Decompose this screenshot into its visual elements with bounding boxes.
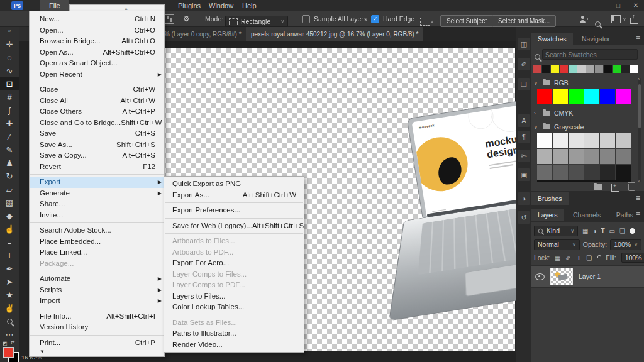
layer-thumbnail[interactable] — [550, 268, 573, 285]
edit-toolbar-icon[interactable]: ⋯ — [0, 328, 19, 341]
foreground-color-chip[interactable] — [3, 347, 14, 358]
menu-item-save-a-copy[interactable]: Save a Copy...Alt+Ctrl+S — [30, 150, 164, 162]
menu-item-browse-in-bridge[interactable]: Browse in Bridge...Alt+Ctrl+O — [30, 36, 164, 47]
swatch[interactable] — [616, 149, 631, 164]
spot-healing-brush-tool[interactable]: ✚ — [0, 117, 19, 130]
window-close-button[interactable]: ✕ — [628, 0, 644, 11]
eyedropper-tool[interactable]: ʃ — [0, 104, 19, 117]
swatch[interactable] — [604, 65, 612, 73]
layer-name[interactable]: Layer 1 — [579, 273, 601, 280]
menu-item-automate[interactable]: Automate▶ — [30, 273, 164, 285]
swatch[interactable] — [616, 133, 631, 148]
fill-dropdown[interactable]: 100% ∨ — [621, 253, 644, 263]
swatch[interactable] — [569, 65, 577, 73]
gear-icon[interactable]: ⚙ — [183, 11, 190, 26]
swatch[interactable] — [577, 65, 586, 73]
lock-artboard-icon[interactable]: ❏ — [586, 255, 592, 261]
menu-item-close-all[interactable]: Close AllAlt+Ctrl+W — [30, 96, 164, 107]
panel-paragraph-icon[interactable]: ¶ — [518, 131, 530, 143]
new-swatch-icon[interactable] — [611, 184, 619, 192]
swatch[interactable] — [569, 165, 584, 180]
panel-menu-icon[interactable]: ≡ — [636, 34, 640, 43]
panel-menu-icon[interactable]: ≡ — [636, 210, 640, 219]
tab-brushes[interactable]: Brushes — [531, 192, 569, 205]
menu-item-save[interactable]: SaveCtrl+S — [30, 128, 164, 140]
scrollbar[interactable]: ∧ ∨ — [638, 78, 641, 182]
hand-tool[interactable]: ✌ — [0, 302, 19, 315]
menu-file[interactable]: File — [40, 0, 69, 11]
menu-item-place-embedded[interactable]: Place Embedded... — [30, 236, 164, 248]
menu-item-share[interactable]: Share... — [30, 199, 164, 210]
menu-item-open-as[interactable]: Open As...Alt+Shift+Ctrl+O — [30, 47, 164, 58]
menu-item-new[interactable]: New...Ctrl+N — [30, 14, 164, 25]
menu-item-file-info[interactable]: File Info...Alt+Shift+Ctrl+I — [30, 311, 164, 322]
swatch[interactable] — [537, 89, 552, 104]
lock-image-icon[interactable]: ✐ — [566, 255, 571, 261]
menu-help[interactable]: Help — [238, 0, 260, 11]
submenu-item-export-preferences[interactable]: Export Preferences... — [164, 205, 304, 216]
pencil-tool[interactable]: ✎ — [0, 143, 19, 156]
submenu-item-layers-to-files[interactable]: Layers to Files... — [164, 291, 304, 302]
submenu-item-save-for-web-legacy[interactable]: Save for Web (Legacy)...Alt+Shift+Ctrl+S — [164, 221, 304, 232]
menu-item-close[interactable]: CloseCtrl+W — [30, 84, 164, 96]
tool-preset-icon[interactable] — [165, 11, 174, 26]
panel-libraries-icon[interactable]: ❏ — [518, 78, 530, 90]
swatch[interactable] — [595, 65, 603, 73]
swatch[interactable] — [584, 89, 599, 104]
select-and-mask-button[interactable]: Select and Mask... — [492, 15, 556, 27]
menu-item-save-as[interactable]: Save As...Shift+Ctrl+S — [30, 140, 164, 151]
panel-adjustments-icon[interactable]: ◑ — [518, 192, 530, 205]
zoom-tool[interactable] — [0, 315, 19, 328]
panel-character-icon[interactable]: A — [518, 114, 530, 127]
lock-position-icon[interactable]: ✛ — [576, 255, 581, 261]
menu-item-search-adobe-stock[interactable]: Search Adobe Stock... — [30, 225, 164, 236]
scrollbar-thumb[interactable] — [638, 84, 641, 128]
filter-smart-objects-icon[interactable]: ❏ — [619, 228, 625, 234]
submenu-item-export-for-aero[interactable]: Export For Aero... — [164, 258, 304, 269]
menu-scroll-up-icon[interactable]: ▲ — [124, 6, 128, 11]
submenu-item-paths-to-illustrator[interactable]: Paths to Illustrator... — [164, 328, 304, 339]
swatch[interactable] — [553, 133, 568, 148]
history-brush-tool[interactable]: ↻ — [0, 170, 19, 183]
swatch[interactable] — [621, 65, 630, 73]
filter-adjustment-layers-icon[interactable]: ◑ — [592, 228, 596, 234]
panel-history-icon[interactable]: ↺ — [518, 211, 530, 224]
swatch[interactable] — [600, 149, 615, 164]
filter-kind-dropdown[interactable]: Kind ∨ — [534, 226, 578, 236]
smudge-tool[interactable]: ☝ — [0, 222, 19, 236]
collapse-panel-icon[interactable]: » — [0, 28, 19, 34]
tab-navigator[interactable]: Navigator — [575, 33, 616, 45]
window-minimize-button[interactable]: – — [592, 0, 609, 11]
invite-people-icon[interactable] — [580, 11, 586, 26]
swatch[interactable] — [630, 65, 638, 73]
filter-toggle-pill[interactable] — [630, 228, 635, 234]
menu-window[interactable]: Window — [205, 0, 237, 11]
clone-stamp-tool[interactable]: ♟ — [0, 156, 19, 170]
dodge-tool[interactable]: ◒ — [0, 236, 19, 249]
scroll-down-icon[interactable]: ∨ — [637, 178, 640, 184]
filter-pixel-layers-icon[interactable]: ▦ — [582, 228, 588, 234]
layer-row-selected[interactable]: Layer 1 — [531, 265, 644, 288]
swatch[interactable] — [551, 65, 559, 73]
menu-item-close-and-go-to-bridge[interactable]: Close and Go to Bridge...Shift+Ctrl+W — [30, 118, 164, 129]
elliptical-marquee-tool[interactable]: ◌ — [0, 51, 19, 64]
sample-all-layers-checkbox[interactable]: Sample All Layers — [302, 11, 367, 26]
menu-item-scripts[interactable]: Scripts▶ — [30, 285, 164, 296]
blur-tool[interactable]: ◆ — [0, 209, 19, 222]
swatch[interactable] — [569, 133, 584, 148]
swatch[interactable] — [533, 65, 541, 73]
swatch[interactable] — [569, 149, 584, 164]
swatch[interactable] — [584, 165, 599, 180]
scroll-up-icon[interactable]: ∧ — [637, 77, 640, 82]
blend-mode-dropdown[interactable]: Normal ∨ — [534, 239, 580, 250]
object-selection-tool[interactable]: ⊡ — [0, 77, 19, 90]
swatch[interactable] — [613, 65, 621, 73]
swap-colors-icon[interactable]: ⇄ — [11, 339, 15, 345]
filter-shape-layers-icon[interactable]: ▭ — [609, 228, 615, 234]
trash-icon[interactable] — [628, 184, 635, 191]
swatch[interactable] — [584, 133, 599, 148]
swatch[interactable] — [616, 89, 631, 104]
menu-item-revert[interactable]: RevertF12 — [30, 162, 164, 173]
filter-type-layers-icon[interactable]: T — [601, 228, 605, 234]
crop-tool[interactable]: # — [0, 90, 19, 104]
